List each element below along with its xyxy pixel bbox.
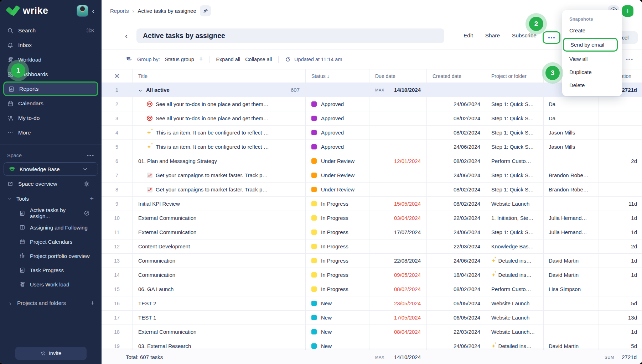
column-header-project[interactable]: Project or folder	[486, 69, 544, 83]
back-chevron-icon[interactable]: ‹	[125, 31, 128, 40]
status-label: Approved	[321, 144, 344, 150]
sort-descending-icon: ↓	[327, 73, 330, 79]
sidebar-item-my-todo[interactable]: My to-do	[0, 111, 102, 125]
menu-item-duplicate[interactable]: Duplicate	[562, 65, 622, 79]
sidebar-item-reports[interactable]: Reports	[3, 81, 98, 96]
sidebar-item-search[interactable]: Search ⌘K	[0, 23, 102, 38]
tool-item-active-tasks[interactable]: Active tasks by assign...	[0, 206, 102, 220]
gear-icon[interactable]	[83, 181, 90, 187]
table-row[interactable]: 2See all your to-dos in one place and ge…	[102, 97, 642, 111]
calendar-icon	[7, 100, 14, 107]
table-row[interactable]: 9Initial KPI ReviewIn Progress15/05/2024…	[102, 197, 642, 211]
collapse-all-button[interactable]: Collapse all	[245, 57, 272, 62]
report-more-button[interactable]	[543, 31, 560, 44]
tool-item-portfolio[interactable]: Project portfolio overview	[0, 249, 102, 263]
table-row[interactable]: 3See all your to-dos in one place and ge…	[102, 111, 642, 126]
group-by-icon	[126, 56, 132, 63]
report-title-input[interactable]: Active tasks by assignee	[136, 28, 444, 43]
invite-button[interactable]: Invite	[15, 347, 87, 360]
sidebar-item-space-overview[interactable]: Space overview	[0, 176, 102, 191]
menu-item-delete[interactable]: Delete	[562, 79, 622, 92]
tool-item-task-progress[interactable]: Task Progress	[0, 263, 102, 277]
space-selector-knowledge-base[interactable]: Knowledge Base	[4, 162, 98, 176]
duration-cell: 1d	[599, 268, 642, 282]
create-button[interactable]: +	[622, 5, 633, 17]
main-content: Reports › Active tasks by assignee ? + ‹…	[102, 0, 642, 364]
menu-item-view-all[interactable]: View all	[562, 52, 622, 65]
table-row[interactable]: 5✦✦This is an item. It can be configured…	[102, 140, 642, 154]
row-number: 13	[102, 254, 133, 268]
status-color-chip	[311, 286, 317, 292]
group-by-value[interactable]: Status group	[165, 57, 194, 62]
created-date-cell: 24/06/2024	[427, 225, 486, 239]
chevron-down-icon[interactable]	[7, 196, 11, 201]
status-cell: New	[306, 325, 369, 339]
add-group-icon[interactable]: +	[199, 56, 203, 63]
table-row[interactable]: 4✦✦This is an item. It can be configured…	[102, 126, 642, 140]
space-more-icon[interactable]: •••	[87, 153, 94, 158]
group-status-cell	[306, 83, 369, 97]
tool-item-project-calendars[interactable]: Project Calendars	[0, 234, 102, 249]
table-row[interactable]: 8Get your campaigns to market faster. Tr…	[102, 183, 642, 197]
breadcrumb-reports[interactable]: Reports	[110, 8, 129, 14]
footer-max-due: 14/10/2024	[394, 354, 421, 360]
column-header-status[interactable]: Status ↓	[306, 69, 369, 83]
add-tool-icon[interactable]: +	[90, 195, 94, 202]
sidebar-item-calendars[interactable]: Calendars	[0, 96, 102, 111]
table-row[interactable]: 18External CommunicationNew08/04/202422/…	[102, 325, 642, 339]
invite-label: Invite	[49, 350, 62, 356]
created-date-cell: 08/02/2024	[427, 126, 486, 139]
status-color-chip	[311, 244, 317, 249]
refresh-icon[interactable]	[285, 57, 291, 62]
created-date-cell: 08/02/2024	[427, 154, 486, 168]
table-row[interactable]: 12Content DevelopmentIn Progress22/03/20…	[102, 239, 642, 254]
chart-increasing-icon	[147, 173, 152, 178]
table-row[interactable]: 7Get your campaigns to market faster. Tr…	[102, 168, 642, 183]
duration-cell	[599, 111, 642, 125]
table-row[interactable]: 601. Plan and Messaging StrategyUnder Re…	[102, 154, 642, 168]
table-row[interactable]: 13CommunicationIn Progress22/08/202424/0…	[102, 254, 642, 268]
gear-icon[interactable]	[114, 73, 120, 79]
task-title-cell: 06. GA Launch	[133, 282, 306, 296]
tool-item-label: Active tasks by assign...	[30, 207, 84, 219]
table-row[interactable]: 11External CommunicationIn Progress17/07…	[102, 225, 642, 239]
toolbar-more-icon[interactable]: •••	[626, 57, 633, 62]
avatar[interactable]	[77, 5, 88, 17]
add-project-icon[interactable]: +	[90, 299, 94, 307]
menu-item-create[interactable]: Create	[562, 24, 622, 37]
task-title: Communication	[138, 258, 175, 264]
sidebar-item-more[interactable]: More	[0, 125, 102, 140]
table-row[interactable]: 1506. GA LaunchIn Progress08/02/202408/0…	[102, 282, 642, 296]
expand-all-button[interactable]: Expand all	[216, 57, 240, 62]
sidebar-collapse-icon[interactable]: ‹	[88, 7, 97, 15]
table-row[interactable]: 10External CommunicationIn Progress03/04…	[102, 211, 642, 225]
table-row[interactable]: 16TEST 2New23/05/202406/05/2024Website L…	[102, 296, 642, 311]
subscribe-button[interactable]: Subscribe	[512, 32, 537, 39]
check-circle-icon	[84, 210, 90, 216]
sidebar-item-projects-folders[interactable]: Projects and folders +	[0, 296, 102, 310]
sidebar-item-inbox[interactable]: Inbox	[0, 38, 102, 52]
chevron-down-icon[interactable]	[138, 88, 143, 92]
tool-item-users-workload[interactable]: Users Work load	[0, 277, 102, 291]
edit-button[interactable]: Edit	[464, 32, 473, 39]
table-row[interactable]: 17TEST 1New17/05/202406/05/2024Website L…	[102, 311, 642, 325]
project-cell: Perform Custo…	[486, 154, 544, 168]
column-header-due[interactable]: Due date	[369, 69, 427, 83]
target-icon	[147, 101, 152, 107]
wrike-logo[interactable]: wrike	[7, 5, 77, 16]
pin-button[interactable]	[200, 5, 211, 16]
status-color-chip	[311, 158, 317, 164]
status-cell: In Progress	[306, 254, 369, 268]
tools-section-header[interactable]: Tools +	[0, 191, 102, 206]
tool-item-assigning[interactable]: Assigning and Following	[0, 220, 102, 234]
menu-item-send-by-email[interactable]: Send by email	[563, 38, 618, 52]
column-header-title[interactable]: Title	[133, 69, 306, 83]
group-row-all-active[interactable]: 1 All active 607 MAX 14/10/2024 2721d	[102, 83, 642, 97]
table-row[interactable]: 14CommunicationIn Progress09/05/202418/0…	[102, 268, 642, 282]
ellipsis-icon	[7, 130, 14, 136]
status-color-chip	[311, 215, 317, 221]
task-title-cell: 01. Plan and Messaging Strategy	[133, 154, 306, 168]
column-header-created[interactable]: Created date	[427, 69, 486, 83]
share-button[interactable]: Share	[485, 32, 500, 39]
assignee-cell	[544, 154, 599, 168]
